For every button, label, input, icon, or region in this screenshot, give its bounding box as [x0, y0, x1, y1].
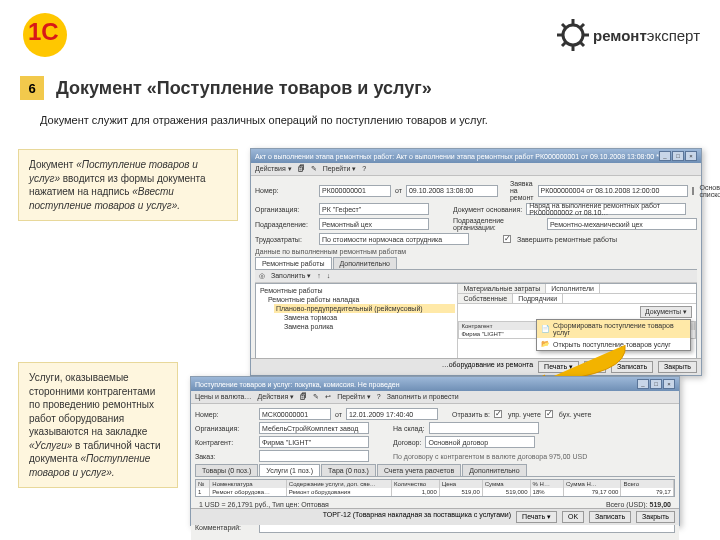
title-row: 6 Документ «Поступление товаров и услуг»	[0, 70, 720, 106]
input-date[interactable]: 09.10.2008 13:08:00	[406, 185, 498, 197]
documents-dropdown[interactable]: Документы ▾ 📄Сформировать поступление то…	[640, 306, 692, 318]
titlebar[interactable]: Акт о выполнении этапа ремонтных работ: …	[251, 149, 701, 163]
input-dept[interactable]: Ремонтный цех	[319, 218, 429, 230]
rtab-contractors[interactable]: Подрядчики	[513, 294, 563, 303]
close-button[interactable]: ×	[663, 379, 675, 389]
input-dept2[interactable]: Ремонтно-механический цех	[547, 218, 697, 230]
slide-number: 6	[20, 76, 44, 100]
toolbar-copy-icon[interactable]: 🗐	[298, 165, 305, 173]
services-grid[interactable]: №НоменклатураСодержание услуги, доп. све…	[195, 479, 675, 497]
toolbar-actions[interactable]: Действия ▾	[258, 393, 295, 401]
close-button[interactable]: Закрыть	[636, 511, 675, 523]
toolbar-actions[interactable]: Действия ▾	[255, 165, 292, 173]
tree-item[interactable]: Замена ролика	[282, 322, 455, 331]
checkbox-list[interactable]	[692, 187, 694, 195]
svg-line-5	[562, 24, 566, 28]
page-subtitle: Документ служит для отражения различных …	[0, 106, 720, 134]
tree-item[interactable]: Замена тормоза	[282, 313, 455, 322]
slide-header: 1C ремонтэксперт	[0, 0, 720, 70]
label-reflect: Отразить в:	[452, 411, 490, 418]
input-date[interactable]: 12.01.2009 17:40:40	[346, 408, 438, 420]
save-button[interactable]: Записать	[589, 511, 631, 523]
tree-root[interactable]: Ремонтные работы	[258, 286, 455, 295]
tab-tara[interactable]: Тара (0 поз.)	[321, 464, 376, 476]
minimize-button[interactable]: _	[659, 151, 671, 161]
toolbar-goto[interactable]: Перейти ▾	[323, 165, 357, 173]
window-title: Акт о выполнении этапа ремонтных работ: …	[255, 153, 659, 160]
subtool-down-icon[interactable]: ↓	[327, 272, 331, 280]
toolbar-copy-icon[interactable]: 🗐	[300, 393, 307, 401]
close-button[interactable]: ×	[685, 151, 697, 161]
tab-goods[interactable]: Товары (0 поз.)	[195, 464, 258, 476]
tab-services[interactable]: Услуги (1 поз.)	[259, 464, 320, 476]
print-button[interactable]: Печать ▾	[516, 511, 557, 523]
tree-item-selected[interactable]: Планово-предупредительный (рейсмусовый)	[274, 304, 455, 313]
checkbox-buh[interactable]	[545, 410, 553, 418]
input-sklad[interactable]	[429, 422, 539, 434]
rtab-own[interactable]: Собственные	[458, 294, 513, 303]
close-button[interactable]: Закрыть	[658, 361, 697, 373]
input-dogovor[interactable]: Основной договор	[425, 436, 535, 448]
input-kontragent[interactable]: Фирма "LIGHT"	[259, 436, 369, 448]
input-number[interactable]: МСК00000001	[259, 408, 331, 420]
label-labor: Трудозатраты:	[255, 236, 315, 243]
label-sklad: На склад:	[393, 425, 425, 432]
doc-icon: 📄	[541, 325, 550, 333]
toolbar-help-icon[interactable]: ?	[377, 393, 381, 401]
toolbar-edit-icon[interactable]: ✎	[311, 165, 317, 173]
checkbox-upr[interactable]	[494, 410, 502, 418]
label-request: Заявка на ремонт	[510, 180, 534, 201]
rtab-performers[interactable]: Исполнители	[546, 284, 600, 293]
checkbox-finish[interactable]	[503, 235, 511, 243]
grid-row[interactable]: 1Ремонт оборудова…Ремонт оборудования1,0…	[196, 488, 674, 496]
toolbar-prices[interactable]: Цены и валюта…	[195, 393, 252, 401]
label-dept: Подразделение:	[255, 221, 315, 228]
label-kontragent: Контрагент:	[195, 439, 255, 446]
input-zakaz[interactable]	[259, 450, 369, 462]
input-number[interactable]: РК000000001	[319, 185, 391, 197]
rate-info: 1 USD = 26,1791 руб., Тип цен: Оптовая	[199, 501, 329, 508]
footer-bar: ТОРГ-12 (Товарная накладная за поставщик…	[191, 508, 679, 525]
logo-remont-expert: ремонтэксперт	[557, 19, 700, 51]
subtool-fill[interactable]: Заполнить ▾	[271, 272, 311, 280]
tabs: Ремонтные работы Дополнительно	[255, 257, 697, 270]
tree-left[interactable]: Ремонтные работы Ремонтные работы наладк…	[256, 284, 458, 362]
input-doc[interactable]: Наряд на выполнение ремонтных работ РК00…	[526, 203, 686, 215]
label-number: Номер:	[195, 411, 255, 418]
popup-create-receipt[interactable]: 📄Сформировать поступление товаров услуг	[537, 320, 690, 338]
tab-additional[interactable]: Дополнительно	[462, 464, 526, 476]
input-org[interactable]: МебельСтройКомплект завод	[259, 422, 369, 434]
tab-accounts[interactable]: Счета учета расчетов	[377, 464, 461, 476]
label-doc: Документ основания:	[453, 206, 522, 213]
ok-button[interactable]: OK	[562, 511, 584, 523]
toolbar-help-icon[interactable]: ?	[362, 165, 366, 173]
tab-repair-works[interactable]: Ремонтные работы	[255, 257, 332, 269]
input-org[interactable]: РК "Гефест"	[319, 203, 429, 215]
input-labor[interactable]: По стоимости нормочаса сотрудника	[319, 233, 469, 245]
label-org: Организация:	[255, 206, 315, 213]
minimize-button[interactable]: _	[637, 379, 649, 389]
maximize-button[interactable]: □	[672, 151, 684, 161]
toolbar-undo-icon[interactable]: ↩	[325, 393, 331, 401]
tabs: Товары (0 поз.) Услуги (1 поз.) Тара (0 …	[195, 464, 675, 477]
total-value: 519,00	[650, 501, 671, 508]
tree-item[interactable]: Ремонтные работы наладка	[266, 295, 455, 304]
titlebar[interactable]: Поступление товаров и услуг: покупка, ко…	[191, 377, 679, 391]
logo-1c: 1C	[20, 10, 70, 60]
tab-additional[interactable]: Дополнительно	[333, 257, 397, 269]
toolbar-fill-post[interactable]: Заполнить и провести	[387, 393, 459, 401]
label-zakaz: Заказ:	[195, 453, 255, 460]
toolbar-edit-icon[interactable]: ✎	[313, 393, 319, 401]
note-box-1: Документ «Поступление товаров и услуг» в…	[18, 149, 238, 221]
contract-note: По договору с контрагентом в валюте дого…	[393, 453, 587, 460]
subtool-radio-icon[interactable]: ◎	[259, 272, 265, 280]
label-org: Организация:	[195, 425, 255, 432]
label-dogovor: Договор:	[393, 439, 421, 446]
note-box-2: Услуги, оказываемые сторонними контраген…	[18, 362, 178, 488]
toolbar-goto[interactable]: Перейти ▾	[337, 393, 371, 401]
maximize-button[interactable]: □	[650, 379, 662, 389]
rtab-materials[interactable]: Материальные затраты	[458, 284, 546, 293]
input-request[interactable]: РК000000004 от 08.10.2008 12:00:00	[538, 185, 688, 197]
toolbar: Действия ▾ 🗐 ✎ Перейти ▾ ?	[251, 163, 701, 176]
subtool-up-icon[interactable]: ↑	[317, 272, 321, 280]
